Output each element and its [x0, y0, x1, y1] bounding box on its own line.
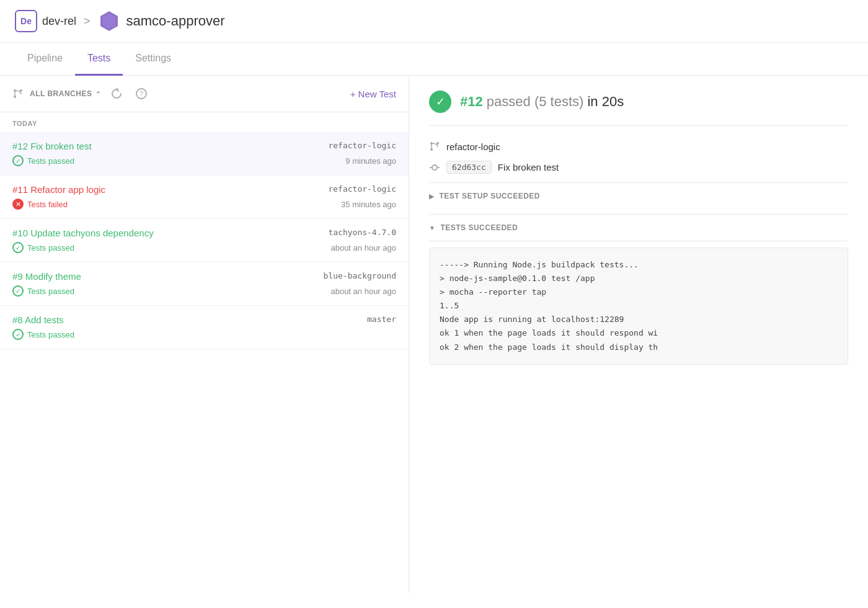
setup-section-label: TEST SETUP SUCCEEDED	[440, 192, 540, 200]
pass-icon: ✓	[12, 242, 24, 253]
commit-row: 62d63cc Fix broken test	[429, 161, 848, 174]
tab-pipeline[interactable]: Pipeline	[15, 43, 75, 76]
pass-icon: ✓	[12, 155, 24, 166]
test-status: ✕ Tests failed	[12, 199, 68, 210]
test-branch: refactor-logic	[328, 141, 396, 150]
log-output: -----> Running Node.js buildpack tests..…	[429, 248, 848, 365]
branches-selector[interactable]: ALL BRANCHES ⌃	[30, 89, 101, 98]
test-branch: tachyons-4.7.0	[328, 228, 396, 237]
branch-icon	[12, 88, 24, 99]
test-time: about an hour ago	[330, 287, 396, 296]
pass-icon: ✓	[12, 285, 24, 297]
chevron-down-icon: ⌃	[95, 91, 101, 97]
repo-name: samco-approver	[126, 13, 225, 29]
pass-icon: ✓	[12, 329, 24, 340]
setup-section-arrow	[429, 193, 435, 200]
tests-section-label: TESTS SUCCEEDED	[440, 223, 518, 232]
commit-hash: 62d63cc	[446, 161, 492, 174]
status-label: Tests passed	[27, 330, 74, 339]
new-test-button[interactable]: + New Test	[350, 89, 396, 99]
status-label: Tests passed	[27, 156, 74, 166]
test-branch: refactor-logic	[328, 184, 396, 194]
breadcrumb-separator: >	[84, 15, 91, 28]
main-layout: ALL BRANCHES ⌃ ? + New Test TODAY	[0, 76, 868, 593]
detail-branch: refactor-logic	[446, 141, 500, 152]
status-label: Tests passed	[27, 243, 74, 253]
svg-text:?: ?	[140, 90, 143, 97]
org-badge[interactable]: De	[15, 10, 37, 32]
svg-point-12	[432, 165, 437, 170]
test-branch: blue-background	[324, 271, 396, 280]
tab-tests[interactable]: Tests	[75, 43, 123, 76]
test-time: about an hour ago	[330, 243, 396, 253]
test-title: #12 Fix broken test	[12, 141, 92, 151]
test-item[interactable]: #12 Fix broken test refactor-logic ✓ Tes…	[0, 132, 409, 176]
test-status: ✓ Tests passed	[12, 155, 74, 166]
branch-row: refactor-logic	[429, 141, 848, 152]
fail-icon: ✕	[12, 199, 24, 210]
help-button[interactable]: ?	[132, 84, 151, 103]
test-item[interactable]: #9 Modify theme blue-background ✓ Tests …	[0, 262, 409, 306]
branch-meta-icon	[429, 141, 440, 152]
test-time: 9 minutes ago	[345, 156, 396, 166]
repo-icon	[98, 10, 120, 32]
test-title: #11 Refactor app logic	[12, 184, 105, 195]
top-bar: De dev-rel > samco-approver	[0, 0, 868, 43]
test-branch: master	[367, 315, 396, 324]
test-time: 35 minutes ago	[341, 200, 396, 209]
tests-section-arrow	[429, 225, 435, 231]
status-label: Tests passed	[27, 287, 74, 296]
right-panel: ✓ #12 passed (5 tests) in 20s refactor-l…	[409, 76, 868, 593]
test-title: #10 Update tachyons dependency	[12, 228, 154, 238]
result-header: ✓ #12 passed (5 tests) in 20s	[429, 91, 848, 126]
commit-icon	[429, 162, 440, 173]
test-title: #8 Add tests	[12, 315, 64, 325]
nav-tabs: Pipeline Tests Settings	[0, 43, 868, 76]
today-label: TODAY	[0, 112, 409, 132]
commit-message: Fix broken test	[498, 162, 559, 172]
result-check-icon: ✓	[429, 91, 451, 113]
branches-label: ALL BRANCHES	[30, 89, 92, 98]
result-passed-text: passed (5 tests)	[487, 94, 584, 109]
test-title: #9 Modify theme	[12, 271, 81, 282]
svg-point-3	[14, 96, 16, 98]
result-title: #12 passed (5 tests) in 20s	[460, 94, 624, 110]
test-status: ✓ Tests passed	[12, 285, 74, 297]
status-label: Tests failed	[27, 200, 68, 209]
test-item[interactable]: #11 Refactor app logic refactor-logic ✕ …	[0, 176, 409, 219]
test-item[interactable]: #10 Update tachyons dependency tachyons-…	[0, 219, 409, 262]
org-name: dev-rel	[42, 15, 76, 28]
svg-point-9	[430, 148, 433, 151]
left-panel: ALL BRANCHES ⌃ ? + New Test TODAY	[0, 76, 409, 593]
test-list: #12 Fix broken test refactor-logic ✓ Tes…	[0, 132, 409, 593]
test-status: ✓ Tests passed	[12, 329, 74, 340]
tests-section-header[interactable]: TESTS SUCCEEDED	[429, 214, 848, 241]
tab-settings[interactable]: Settings	[123, 43, 184, 76]
result-run-number: #12	[460, 94, 483, 109]
refresh-button[interactable]	[107, 84, 126, 103]
result-time-text: in 20s	[587, 94, 624, 109]
test-item[interactable]: #8 Add tests master ✓ Tests passed	[0, 306, 409, 349]
test-status: ✓ Tests passed	[12, 242, 74, 253]
left-toolbar: ALL BRANCHES ⌃ ? + New Test	[0, 76, 409, 112]
setup-section-header[interactable]: TEST SETUP SUCCEEDED	[429, 182, 848, 209]
